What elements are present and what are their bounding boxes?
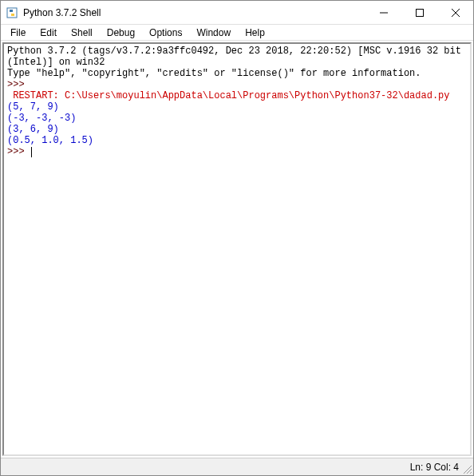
prompt: >>>	[7, 79, 30, 90]
window-title: Python 3.7.2 Shell	[23, 7, 365, 18]
shell-text-area[interactable]: Python 3.7.2 (tags/v3.7.2:9a3ffc0492, De…	[2, 42, 472, 456]
python-icon	[6, 6, 18, 19]
cursor-position: Ln: 9 Col: 4	[410, 462, 459, 473]
menu-debug[interactable]: Debug	[101, 26, 141, 40]
menu-file[interactable]: File	[4, 26, 32, 40]
window-controls	[365, 1, 473, 24]
output-line: (0.5, 1.0, 1.5)	[7, 135, 93, 146]
menu-window[interactable]: Window	[190, 26, 237, 40]
menu-shell[interactable]: Shell	[65, 26, 99, 40]
minimize-button[interactable]	[365, 1, 401, 24]
menu-edit[interactable]: Edit	[34, 26, 63, 40]
close-button[interactable]	[437, 1, 473, 24]
menubar: File Edit Shell Debug Options Window Hel…	[1, 25, 473, 41]
banner-line: Python 3.7.2 (tags/v3.7.2:9a3ffc0492, De…	[7, 46, 467, 68]
content-wrap: Python 3.7.2 (tags/v3.7.2:9a3ffc0492, De…	[1, 41, 473, 458]
titlebar: Python 3.7.2 Shell	[1, 1, 473, 25]
svg-rect-0	[7, 8, 17, 18]
statusbar: Ln: 9 Col: 4	[1, 458, 473, 475]
resize-grip[interactable]	[462, 464, 472, 474]
menu-options[interactable]: Options	[143, 26, 188, 40]
text-cursor	[31, 147, 32, 157]
output-line: (-3, -3, -3)	[7, 113, 76, 124]
restart-line: RESTART: C:\Users\moyulin\AppData\Local\…	[7, 90, 456, 101]
maximize-button[interactable]	[401, 1, 437, 24]
output-line: (3, 6, 9)	[7, 124, 59, 135]
svg-rect-2	[416, 9, 423, 16]
menu-help[interactable]: Help	[239, 26, 271, 40]
prompt: >>>	[7, 146, 30, 157]
output-line: (5, 7, 9)	[7, 101, 59, 113]
svg-line-7	[470, 472, 472, 474]
banner-line: Type "help", "copyright", "credits" or "…	[7, 68, 421, 79]
